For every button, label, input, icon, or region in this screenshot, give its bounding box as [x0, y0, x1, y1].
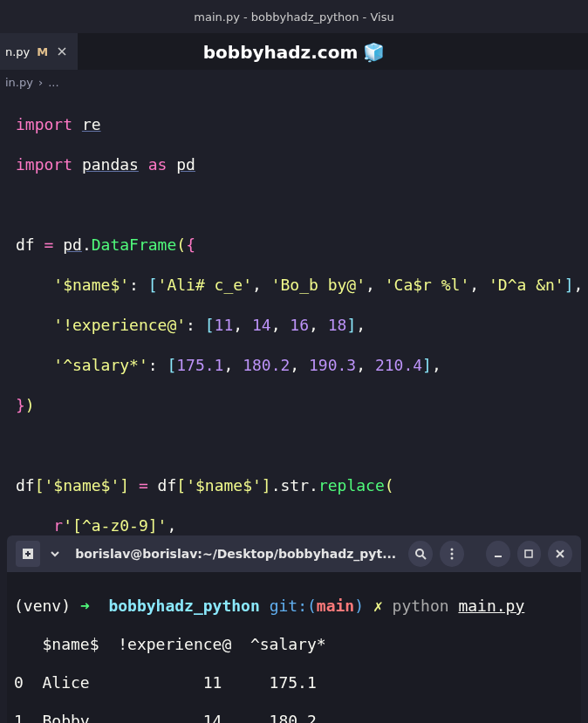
close-window-button[interactable] — [548, 541, 572, 567]
close-icon[interactable] — [55, 44, 69, 58]
code-line: '$name$': ['Ali# c_e', 'Bo_b by@', 'Ca$r… — [16, 275, 588, 295]
code-line: df['$name$'] = df['$name$'].str.replace( — [16, 475, 588, 495]
code-line: }) — [16, 395, 588, 415]
tab-modified-badge: M — [37, 45, 48, 58]
tab-dropdown-button[interactable] — [47, 541, 63, 567]
terminal-header: borislav@borislav:~/Desktop/bobbyhadz_py… — [7, 535, 581, 572]
terminal-title: borislav@borislav:~/Desktop/bobbyhadz_py… — [70, 547, 401, 561]
search-icon — [414, 547, 427, 561]
minimize-icon — [492, 548, 504, 560]
maximize-icon — [523, 548, 535, 560]
code-line: import re — [16, 114, 588, 134]
chevron-down-icon — [50, 549, 60, 559]
terminal-panel: borislav@borislav:~/Desktop/bobbyhadz_py… — [7, 535, 581, 723]
svg-point-2 — [450, 549, 453, 551]
code-line: '^salary*': [175.1, 180.2, 190.3, 210.4]… — [16, 355, 588, 375]
svg-point-1 — [416, 549, 423, 556]
breadcrumb[interactable]: in.py › ... — [0, 70, 588, 94]
terminal-line: $name$ !experience@ ^salary* — [14, 635, 574, 654]
svg-rect-5 — [525, 550, 532, 557]
terminal-line: 1 Bobby 14 180.2 — [14, 712, 574, 723]
minimize-button[interactable] — [486, 541, 510, 567]
tab-filename: n.py — [5, 45, 30, 58]
window-title: main.py - bobbyhadz_python - Visu — [194, 10, 393, 24]
kebab-menu-icon — [445, 547, 459, 561]
close-icon — [554, 548, 566, 560]
plus-box-icon — [21, 547, 35, 561]
menu-button[interactable] — [440, 541, 464, 567]
svg-point-4 — [450, 557, 453, 560]
breadcrumb-more: ... — [48, 76, 58, 89]
code-line: '!experience@': [11, 14, 16, 18], — [16, 315, 588, 335]
code-line: import pandas as pd — [16, 154, 588, 174]
new-tab-button[interactable] — [16, 541, 40, 567]
terminal-body[interactable]: (venv) ➜ bobbyhadz_python git:(main) ✗ p… — [7, 572, 581, 723]
svg-point-3 — [450, 553, 453, 556]
maximize-button[interactable] — [517, 541, 542, 567]
chevron-right-icon: › — [38, 76, 43, 89]
terminal-line: (venv) ➜ bobbyhadz_python git:(main) ✗ p… — [14, 597, 574, 616]
window-title-bar: main.py - bobbyhadz_python - Visu — [0, 0, 588, 33]
editor-tab-bar: n.py M — [0, 33, 588, 70]
breadcrumb-file: in.py — [5, 76, 33, 89]
code-line — [16, 435, 588, 455]
code-line — [16, 194, 588, 215]
search-button[interactable] — [408, 541, 433, 567]
editor-tab-main-py[interactable]: n.py M — [0, 33, 78, 70]
code-line: df = pd.DataFrame({ — [16, 235, 588, 255]
code-line: r'[^a-z0-9]', — [16, 515, 588, 535]
terminal-line: 0 Alice 11 175.1 — [14, 673, 574, 692]
